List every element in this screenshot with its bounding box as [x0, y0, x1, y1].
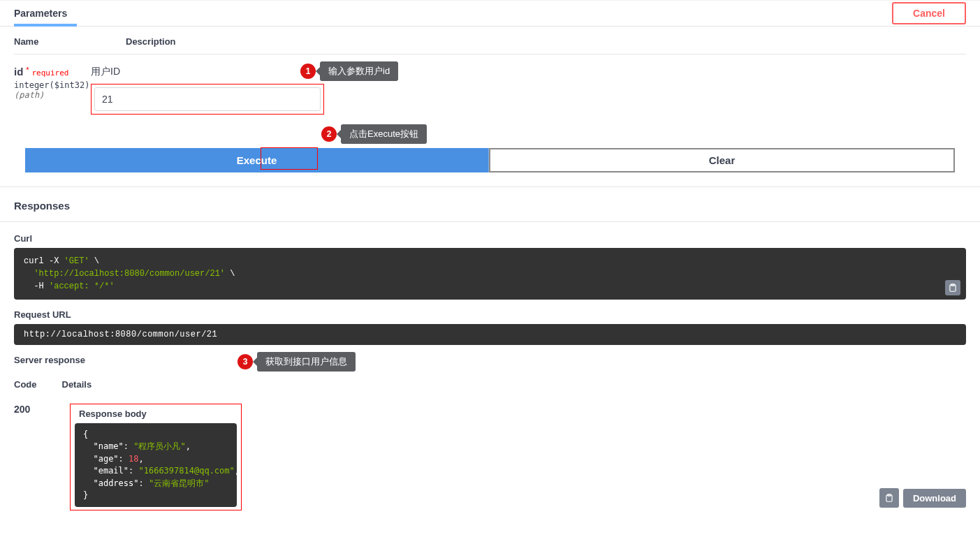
- response-table-header: Code Details: [14, 379, 966, 394]
- responses-body: Curl curl -X 'GET' \ 'http://localhost:8…: [0, 222, 980, 522]
- callout-3: 3 获取到接口用户信息: [237, 352, 356, 372]
- swagger-try-panel: Parameters Cancel Name Description id * …: [0, 0, 980, 522]
- param-name: id: [14, 66, 23, 78]
- callout-text: 获取到接口用户信息: [257, 352, 356, 372]
- param-description: 用户ID: [91, 66, 966, 78]
- curl-text: -H: [34, 281, 49, 291]
- cancel-button[interactable]: Cancel: [892, 2, 966, 24]
- server-response-row: Server response 3 获取到接口用户信息: [14, 355, 966, 369]
- tabs-header: Parameters Cancel: [0, 0, 980, 27]
- curl-text: curl -X: [24, 256, 64, 266]
- col-description: Description: [126, 36, 176, 47]
- curl-block: curl -X 'GET' \ 'http://localhost:8080/c…: [14, 248, 966, 300]
- json-key: "address": [93, 478, 138, 488]
- param-row-id: id * required integer($int32) (path) 用户I…: [14, 54, 966, 115]
- callout-2: 2 点击Execute按钮: [321, 124, 427, 144]
- response-detail-cell: Response body { "name": "程序员小凡", "age": …: [70, 404, 966, 510]
- response-actions: Download: [879, 488, 966, 508]
- clipboard-icon: [948, 283, 958, 293]
- param-input-highlight: [91, 84, 324, 115]
- response-body-label: Response body: [79, 409, 237, 419]
- json-key: "age": [93, 454, 118, 464]
- param-input-id[interactable]: [94, 87, 321, 111]
- server-response-label: Server response: [14, 355, 85, 365]
- copy-curl-button[interactable]: [945, 280, 960, 295]
- callout-badge: 2: [321, 126, 337, 142]
- col-code: Code: [14, 379, 37, 390]
- callout-1: 1 输入参数用户id: [300, 61, 398, 81]
- copy-response-button[interactable]: [879, 488, 899, 508]
- json-value: "云南省昆明市": [149, 478, 209, 488]
- json-value: "1666397814@qq.com": [138, 466, 234, 476]
- curl-url: 'http://localhost:8080/common/user/21': [34, 269, 225, 279]
- required-label: required: [31, 68, 68, 78]
- callout-badge: 3: [237, 354, 253, 369]
- param-type: integer($int32): [14, 80, 91, 90]
- col-details: Details: [62, 379, 92, 390]
- callout-text: 点击Execute按钮: [341, 124, 427, 144]
- response-json: { "name": "程序员小凡", "age": 18, "email": "…: [75, 423, 237, 507]
- param-description-cell: 用户ID 1 输入参数用户id: [91, 66, 966, 115]
- response-row: 200 Response body { "name": "程序员小凡", "ag…: [14, 404, 966, 510]
- execute-row: 2 点击Execute按钮 Execute Clear: [14, 148, 966, 172]
- clipboard-icon: [884, 493, 894, 503]
- parameters-section: Name Description id * required integer($…: [0, 27, 980, 186]
- col-name: Name: [14, 36, 84, 47]
- json-value: 18: [129, 454, 138, 464]
- download-button[interactable]: Download: [903, 489, 966, 508]
- params-table-header: Name Description: [14, 36, 966, 54]
- required-star: *: [26, 66, 29, 74]
- json-key: "email": [93, 466, 129, 476]
- param-meta: id * required integer($int32) (path): [14, 66, 91, 115]
- curl-text: \: [89, 256, 99, 266]
- curl-text: \: [225, 269, 235, 279]
- json-key: "name": [93, 441, 123, 451]
- request-url-label: Request URL: [14, 309, 966, 320]
- curl-label: Curl: [14, 233, 966, 244]
- curl-method: 'GET': [64, 256, 89, 266]
- param-location: (path): [14, 90, 91, 100]
- responses-title: Responses: [0, 186, 980, 222]
- response-code: 200: [14, 404, 42, 510]
- callout-badge: 1: [300, 64, 316, 79]
- clear-button[interactable]: Clear: [489, 148, 955, 172]
- execute-button[interactable]: Execute: [25, 148, 489, 172]
- response-body-highlight: Response body { "name": "程序员小凡", "age": …: [70, 404, 242, 510]
- callout-text: 输入参数用户id: [320, 61, 398, 81]
- curl-header: 'accept: */*': [49, 281, 115, 291]
- json-value: "程序员小凡": [133, 441, 185, 451]
- request-url-block: http://localhost:8080/common/user/21: [14, 324, 966, 345]
- tab-parameters[interactable]: Parameters: [14, 1, 70, 26]
